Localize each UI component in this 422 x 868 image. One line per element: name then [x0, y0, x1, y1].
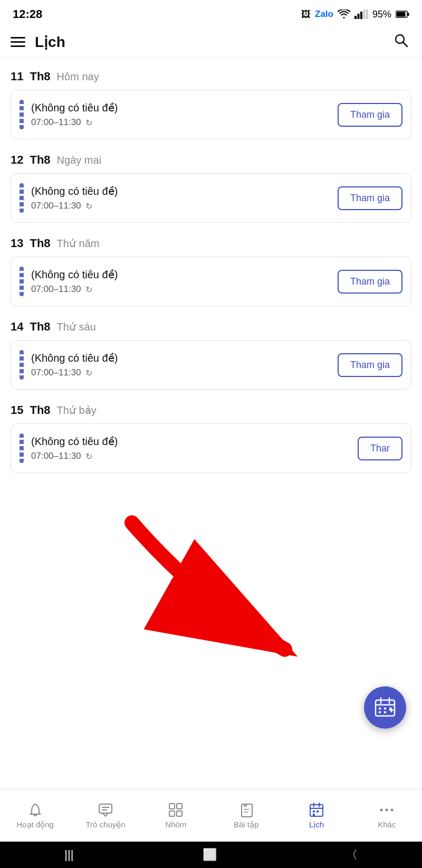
signal-icon	[354, 10, 368, 19]
chat-icon	[98, 802, 113, 818]
date-month-2: Th8	[30, 153, 50, 167]
search-button[interactable]	[392, 32, 409, 52]
sys-home-btn[interactable]: ⬜	[203, 848, 217, 862]
nav-item-hoatdong[interactable]: Hoạt động	[0, 802, 70, 829]
repeat-icon-3: ↻	[85, 285, 92, 295]
battery-percent: 95%	[372, 9, 391, 20]
zalo-icon: Zalo	[315, 9, 333, 20]
event-info-2: (Không có tiêu đề) 07:00–11:30 ↻	[31, 185, 330, 211]
svg-rect-19	[384, 711, 386, 713]
battery-icon	[396, 11, 409, 18]
event-info-3: (Không có tiêu đề) 07:00–11:30 ↻	[31, 268, 330, 295]
svg-rect-7	[408, 13, 409, 16]
svg-rect-27	[169, 811, 175, 816]
tham-gia-btn-3[interactable]: Tham gia	[338, 270, 402, 294]
event-info-5: (Không có tiêu đề) 07:00–11:30 ↻	[31, 435, 350, 461]
event-stripe-1	[20, 100, 24, 129]
nav-label-baitap: Bài tập	[234, 820, 258, 829]
event-title-2: (Không có tiêu đề)	[31, 185, 330, 197]
svg-rect-4	[366, 10, 368, 19]
svg-line-9	[403, 42, 407, 46]
fab-icon	[373, 696, 397, 719]
status-bar: 12:28 🖼 Zalo 95%	[0, 0, 422, 26]
event-time-3: 07:00–11:30 ↻	[31, 284, 330, 295]
event-time-2: 07:00–11:30 ↻	[31, 201, 330, 211]
event-card-1: (Không có tiêu đề) 07:00–11:30 ↻ Tham gi…	[11, 90, 411, 139]
svg-rect-3	[363, 10, 365, 19]
svg-rect-37	[316, 810, 319, 813]
nav-item-khac[interactable]: Khác	[352, 802, 422, 829]
bottom-nav: Hoạt động Trò chuyện Nhóm Bài tập	[0, 789, 422, 842]
event-time-text-2: 07:00–11:30	[31, 201, 81, 211]
svg-rect-32	[310, 805, 323, 816]
svg-rect-1	[357, 14, 359, 19]
event-title-1: (Không có tiêu đề)	[31, 101, 330, 114]
date-month-3: Th8	[30, 237, 50, 250]
tham-gia-btn-4[interactable]: Tham gia	[338, 353, 402, 377]
main-content: 11 Th8 Hôm nay (Không có tiêu đề) 07:00–…	[0, 58, 422, 473]
event-info-4: (Không có tiêu đề) 07:00–11:30 ↻	[31, 352, 330, 378]
groups-icon	[168, 802, 184, 818]
repeat-icon-4: ↻	[85, 368, 92, 378]
event-card-5: (Không có tiêu đề) 07:00–11:30 ↻ Thar	[11, 423, 411, 473]
svg-rect-25	[169, 804, 175, 809]
event-time-4: 07:00–11:30 ↻	[31, 367, 330, 378]
event-stripe-2	[20, 183, 24, 213]
event-title-4: (Không có tiêu đề)	[31, 352, 330, 364]
system-nav-bar: ||| ⬜ 〈	[0, 842, 422, 868]
event-stripe-5	[20, 433, 24, 463]
nav-item-trochuyen[interactable]: Trò chuyện	[70, 802, 140, 829]
event-info-1: (Không có tiêu đề) 07:00–11:30 ↻	[31, 101, 330, 128]
event-card-3: (Không có tiêu đề) 07:00–11:30 ↻ Tham gi…	[11, 257, 411, 306]
date-header-4: 14 Th8 Thứ sáu	[11, 308, 411, 340]
menu-button[interactable]	[11, 37, 25, 47]
event-stripe-4	[20, 350, 24, 380]
svg-rect-0	[354, 16, 357, 19]
event-time-1: 07:00–11:30 ↻	[31, 117, 330, 128]
date-header-5: 15 Th8 Thứ bảy	[11, 392, 411, 423]
nav-label-lich: Lịch	[309, 820, 324, 829]
page-title: Lịch	[35, 33, 65, 51]
bell-icon	[27, 802, 43, 818]
date-day-4: 14	[11, 320, 23, 334]
notification-icon: 🖼	[301, 9, 311, 20]
status-time: 12:28	[13, 7, 42, 21]
date-month-5: Th8	[30, 403, 50, 417]
date-label-5: Thứ bảy	[57, 404, 97, 417]
calendar-icon	[309, 802, 324, 818]
event-time-text-3: 07:00–11:30	[31, 284, 81, 295]
date-label-3: Thứ năm	[57, 237, 100, 250]
sys-menu-btn[interactable]: |||	[64, 848, 73, 862]
svg-rect-22	[99, 804, 112, 813]
app-bar-left: Lịch	[11, 33, 65, 51]
svg-rect-16	[384, 707, 386, 710]
tham-gia-btn-1[interactable]: Tham gia	[338, 103, 402, 127]
nav-item-baitap[interactable]: Bài tập	[211, 802, 281, 829]
event-stripe-3	[20, 267, 24, 296]
svg-rect-29	[242, 804, 252, 817]
sys-back-btn[interactable]: 〈	[346, 847, 358, 863]
more-icon	[379, 802, 395, 818]
svg-rect-26	[177, 804, 182, 809]
event-time-5: 07:00–11:30 ↻	[31, 451, 350, 461]
nav-item-nhom[interactable]: Nhóm	[141, 802, 211, 829]
tham-gia-btn-2[interactable]: Tham gia	[338, 186, 402, 210]
svg-rect-36	[313, 810, 315, 813]
svg-rect-28	[177, 811, 182, 816]
date-month-4: Th8	[30, 320, 50, 334]
event-title-3: (Không có tiêu đề)	[31, 268, 330, 281]
date-header-2: 12 Th8 Ngày mai	[11, 141, 411, 173]
event-time-text-1: 07:00–11:30	[31, 117, 81, 128]
tham-gia-btn-5[interactable]: Thar	[358, 437, 402, 460]
repeat-icon-2: ↻	[85, 201, 92, 211]
repeat-icon-1: ↻	[85, 118, 92, 128]
event-time-text-5: 07:00–11:30	[31, 451, 81, 461]
nav-label-nhom: Nhóm	[165, 820, 186, 829]
svg-rect-2	[360, 12, 362, 19]
svg-point-40	[386, 809, 388, 812]
status-icons: 🖼 Zalo 95%	[301, 9, 409, 20]
fab-button[interactable]	[364, 686, 406, 729]
event-card-2: (Không có tiêu đề) 07:00–11:30 ↻ Tham gi…	[11, 173, 411, 223]
assignment-icon	[238, 802, 254, 818]
nav-item-lich[interactable]: Lịch	[281, 802, 351, 829]
